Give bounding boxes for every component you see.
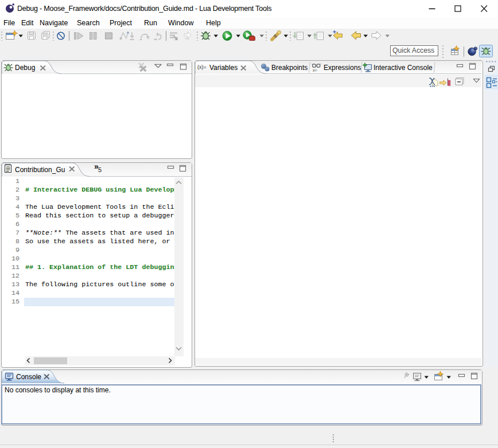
svg-text:x=: x= <box>313 68 317 72</box>
